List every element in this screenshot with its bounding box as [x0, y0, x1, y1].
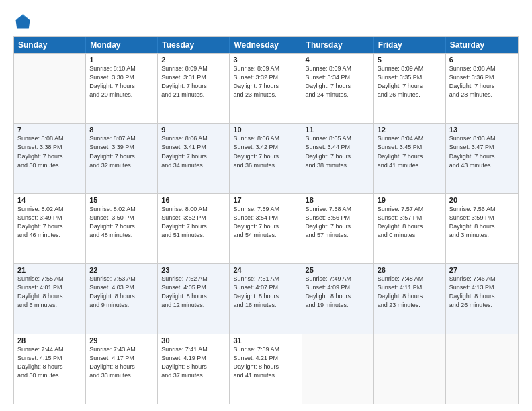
- sunrise-text: Sunrise: 8:08 AM: [17, 134, 82, 143]
- sunset-text: Sunset: 3:44 PM: [306, 143, 370, 152]
- sunset-text: Sunset: 4:03 PM: [89, 283, 154, 292]
- weekday-header-thursday: Thursday: [302, 37, 374, 53]
- calendar-cell: [302, 334, 374, 404]
- week-row-3: 14Sunrise: 8:02 AMSunset: 3:49 PMDayligh…: [14, 193, 518, 263]
- sunrise-text: Sunrise: 8:07 AM: [89, 134, 154, 143]
- sunset-text: Sunset: 4:09 PM: [306, 283, 370, 292]
- daylight-text: Daylight: 7 hoursand 54 minutes.: [233, 222, 298, 240]
- calendar-cell: 6Sunrise: 8:08 AMSunset: 3:36 PMDaylight…: [446, 54, 518, 123]
- calendar-cell: 3Sunrise: 8:09 AMSunset: 3:32 PMDaylight…: [230, 54, 302, 123]
- sunset-text: Sunset: 4:15 PM: [17, 354, 82, 363]
- calendar-cell: 7Sunrise: 8:08 AMSunset: 3:38 PMDaylight…: [14, 124, 86, 193]
- sunrise-text: Sunrise: 8:05 AM: [306, 134, 370, 143]
- daylight-text: Daylight: 8 hoursand 12 minutes.: [161, 292, 226, 310]
- sunrise-text: Sunrise: 7:49 AM: [306, 275, 370, 283]
- calendar-cell: 1Sunrise: 8:10 AMSunset: 3:30 PMDaylight…: [86, 54, 158, 123]
- daylight-text: Daylight: 7 hoursand 24 minutes.: [306, 82, 370, 99]
- sunset-text: Sunset: 4:07 PM: [233, 283, 298, 292]
- svg-marker-0: [16, 15, 30, 29]
- calendar-cell: 22Sunrise: 7:53 AMSunset: 4:03 PMDayligh…: [86, 264, 158, 333]
- sunset-text: Sunset: 4:21 PM: [233, 354, 298, 363]
- logo-icon: [13, 12, 32, 31]
- sunrise-text: Sunrise: 8:08 AM: [449, 64, 515, 73]
- day-number: 15: [89, 196, 154, 204]
- day-number: 13: [449, 126, 515, 134]
- day-number: 11: [306, 126, 370, 134]
- header: [13, 12, 519, 31]
- day-number: 30: [161, 336, 226, 345]
- sunset-text: Sunset: 3:30 PM: [89, 73, 154, 82]
- daylight-text: Daylight: 8 hoursand 37 minutes.: [161, 363, 226, 380]
- calendar-cell: 5Sunrise: 8:09 AMSunset: 3:35 PMDaylight…: [374, 54, 446, 123]
- sunrise-text: Sunrise: 7:56 AM: [449, 205, 515, 214]
- sunrise-text: Sunrise: 8:09 AM: [378, 64, 442, 73]
- day-number: 31: [233, 336, 298, 345]
- daylight-text: Daylight: 7 hoursand 32 minutes.: [89, 152, 154, 170]
- day-number: 2: [161, 56, 226, 64]
- day-number: 6: [449, 56, 515, 64]
- sunset-text: Sunset: 3:31 PM: [161, 73, 226, 82]
- sunset-text: Sunset: 3:47 PM: [449, 143, 515, 152]
- calendar: SundayMondayTuesdayWednesdayThursdayFrid…: [13, 36, 519, 404]
- daylight-text: Daylight: 7 hoursand 20 minutes.: [89, 82, 154, 99]
- day-number: 25: [306, 266, 370, 274]
- sunrise-text: Sunrise: 7:59 AM: [233, 205, 298, 214]
- calendar-cell: 11Sunrise: 8:05 AMSunset: 3:44 PMDayligh…: [302, 124, 374, 193]
- day-number: 28: [17, 336, 82, 345]
- calendar-cell: 28Sunrise: 7:44 AMSunset: 4:15 PMDayligh…: [14, 334, 86, 404]
- sunrise-text: Sunrise: 7:51 AM: [233, 275, 298, 283]
- day-number: 3: [233, 56, 298, 64]
- week-row-5: 28Sunrise: 7:44 AMSunset: 4:15 PMDayligh…: [14, 334, 518, 404]
- day-number: 18: [306, 196, 370, 204]
- sunrise-text: Sunrise: 7:55 AM: [17, 275, 82, 283]
- daylight-text: Daylight: 7 hoursand 36 minutes.: [233, 152, 298, 170]
- day-number: 8: [89, 126, 154, 134]
- calendar-cell: 18Sunrise: 7:58 AMSunset: 3:56 PMDayligh…: [302, 194, 374, 263]
- sunset-text: Sunset: 3:36 PM: [449, 73, 515, 82]
- daylight-text: Daylight: 8 hoursand 41 minutes.: [233, 363, 298, 380]
- day-number: 4: [306, 56, 370, 64]
- week-row-1: 1Sunrise: 8:10 AMSunset: 3:30 PMDaylight…: [14, 53, 518, 123]
- daylight-text: Daylight: 7 hoursand 26 minutes.: [378, 82, 442, 99]
- daylight-text: Daylight: 7 hoursand 51 minutes.: [161, 222, 226, 240]
- sunrise-text: Sunrise: 8:06 AM: [161, 134, 226, 143]
- daylight-text: Daylight: 8 hoursand 3 minutes.: [449, 222, 515, 240]
- calendar-cell: 31Sunrise: 7:39 AMSunset: 4:21 PMDayligh…: [230, 334, 302, 404]
- calendar-cell: 13Sunrise: 8:03 AMSunset: 3:47 PMDayligh…: [446, 124, 518, 193]
- sunset-text: Sunset: 3:38 PM: [17, 143, 82, 152]
- weekday-header-monday: Monday: [86, 37, 158, 53]
- daylight-text: Daylight: 7 hoursand 21 minutes.: [161, 82, 226, 99]
- sunrise-text: Sunrise: 7:41 AM: [161, 345, 226, 354]
- calendar-cell: [446, 334, 518, 404]
- calendar-cell: 21Sunrise: 7:55 AMSunset: 4:01 PMDayligh…: [14, 264, 86, 333]
- daylight-text: Daylight: 7 hoursand 57 minutes.: [306, 222, 370, 240]
- day-number: 26: [378, 266, 442, 274]
- day-number: 27: [449, 266, 515, 274]
- sunrise-text: Sunrise: 8:02 AM: [89, 205, 154, 214]
- sunrise-text: Sunrise: 8:03 AM: [449, 134, 515, 143]
- sunset-text: Sunset: 3:45 PM: [378, 143, 442, 152]
- sunrise-text: Sunrise: 7:46 AM: [449, 275, 515, 283]
- calendar-cell: 17Sunrise: 7:59 AMSunset: 3:54 PMDayligh…: [230, 194, 302, 263]
- calendar-cell: [14, 54, 86, 123]
- sunrise-text: Sunrise: 8:04 AM: [378, 134, 442, 143]
- calendar-cell: 23Sunrise: 7:52 AMSunset: 4:05 PMDayligh…: [158, 264, 230, 333]
- calendar-cell: 10Sunrise: 8:06 AMSunset: 3:42 PMDayligh…: [230, 124, 302, 193]
- daylight-text: Daylight: 7 hoursand 28 minutes.: [449, 82, 515, 99]
- calendar-cell: 12Sunrise: 8:04 AMSunset: 3:45 PMDayligh…: [374, 124, 446, 193]
- daylight-text: Daylight: 7 hoursand 23 minutes.: [233, 82, 298, 99]
- sunset-text: Sunset: 3:32 PM: [233, 73, 298, 82]
- calendar-cell: 9Sunrise: 8:06 AMSunset: 3:41 PMDaylight…: [158, 124, 230, 193]
- sunset-text: Sunset: 4:05 PM: [161, 283, 226, 292]
- sunrise-text: Sunrise: 8:06 AM: [233, 134, 298, 143]
- sunrise-text: Sunrise: 7:52 AM: [161, 275, 226, 283]
- calendar-cell: 16Sunrise: 8:00 AMSunset: 3:52 PMDayligh…: [158, 194, 230, 263]
- sunrise-text: Sunrise: 8:10 AM: [89, 64, 154, 73]
- weekday-header-friday: Friday: [374, 37, 446, 53]
- calendar-cell: 26Sunrise: 7:48 AMSunset: 4:11 PMDayligh…: [374, 264, 446, 333]
- day-number: 21: [17, 266, 82, 274]
- day-number: 22: [89, 266, 154, 274]
- calendar-cell: 20Sunrise: 7:56 AMSunset: 3:59 PMDayligh…: [446, 194, 518, 263]
- daylight-text: Daylight: 8 hoursand 19 minutes.: [306, 292, 370, 310]
- day-number: 5: [378, 56, 442, 64]
